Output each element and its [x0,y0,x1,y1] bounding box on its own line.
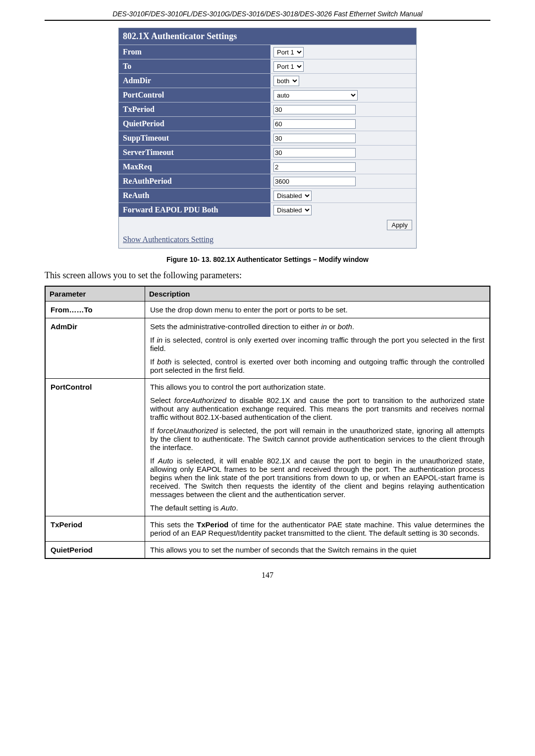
figure-caption: Figure 10- 13. 802.1X Authenticator Sett… [45,255,490,263]
label-servertimeout: ServerTimeout [119,146,270,159]
label-supptimeout: SuppTimeout [119,131,270,145]
input-txperiod[interactable] [273,105,356,114]
input-quietperiod[interactable] [273,119,356,129]
param-name: PortControl [45,379,145,516]
th-parameter: Parameter [45,286,145,302]
settings-panel: 802.1X Authenticator Settings From Port … [118,28,417,249]
select-reauth[interactable]: Disabled [273,191,312,201]
label-portcontrol: PortControl [119,88,270,102]
settings-title: 802.1X Authenticator Settings [119,28,416,45]
param-name: TxPeriod [45,516,145,542]
input-supptimeout[interactable] [273,134,356,143]
table-row: PortControl This allows you to control t… [45,379,490,516]
param-desc: Sets the administrative-controlled direc… [145,318,490,379]
apply-button[interactable]: Apply [387,220,412,230]
input-maxreq[interactable] [273,162,356,172]
param-name: QuietPeriod [45,542,145,559]
param-desc: This sets the TxPeriod of time for the a… [145,516,490,542]
label-txperiod: TxPeriod [119,102,270,116]
label-from: From [119,45,270,59]
select-admdir[interactable]: both [273,76,299,86]
table-row: TxPeriod This sets the TxPeriod of time … [45,516,490,542]
label-reauth: ReAuth [119,189,270,202]
table-row: QuietPeriod This allows you to set the n… [45,542,490,559]
select-to[interactable]: Port 1 [273,61,304,72]
param-name: From……To [45,302,145,318]
input-reauthperiod[interactable] [273,177,356,186]
param-name: AdmDir [45,318,145,379]
table-row: From……To Use the drop down menu to enter… [45,302,490,318]
label-reauthperiod: ReAuthPeriod [119,174,270,188]
th-description: Description [145,286,490,302]
label-maxreq: MaxReq [119,160,270,174]
page-number: 147 [45,571,490,580]
intro-text: This screen allows you to set the follow… [45,270,490,281]
select-portcontrol[interactable]: auto [273,90,358,101]
show-authenticators-link[interactable]: Show Authenticators Setting [123,235,214,244]
label-quietperiod: QuietPeriod [119,117,270,131]
label-forwardeapol: Forward EAPOL PDU Both [119,203,270,217]
param-desc: This allows you to control the port auth… [145,379,490,516]
label-to: To [119,59,270,73]
param-desc: This allows you to set the number of sec… [145,542,490,559]
label-admdir: AdmDir [119,74,270,88]
table-row: AdmDir Sets the administrative-controlle… [45,318,490,379]
input-servertimeout[interactable] [273,148,356,157]
select-from[interactable]: Port 1 [273,47,304,57]
select-forwardeapol[interactable]: Disabled [273,205,312,215]
manual-header: DES-3010F/DES-3010FL/DES-3010G/DES-3016/… [45,10,490,21]
param-desc: Use the drop down menu to enter the port… [145,302,490,318]
parameters-table: Parameter Description From……To Use the d… [45,286,490,559]
